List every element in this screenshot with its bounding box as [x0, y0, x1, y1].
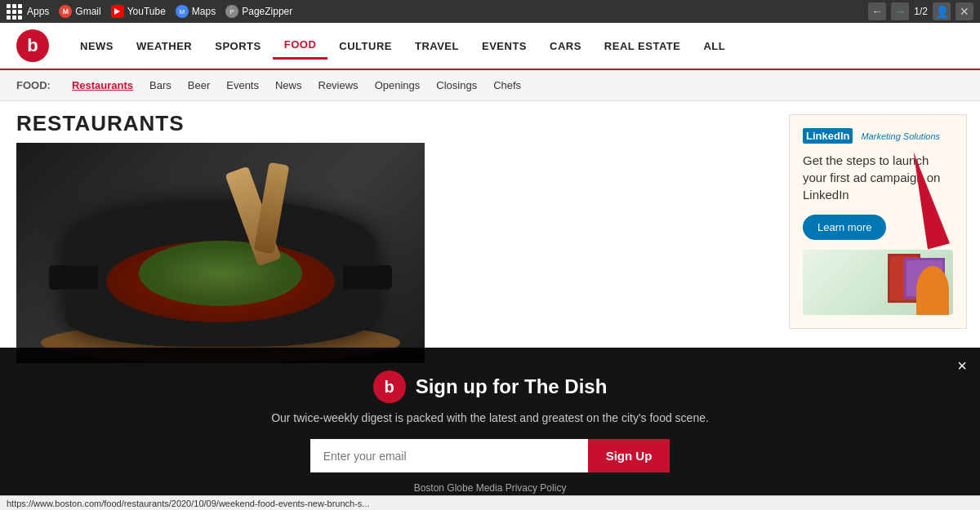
nav-weather[interactable]: WEATHER	[125, 33, 203, 59]
sub-nav-news[interactable]: News	[267, 73, 310, 98]
nav-food[interactable]: FOOD	[273, 32, 328, 60]
ad-illustration	[803, 250, 953, 315]
popup-form: Sign Up	[16, 439, 964, 472]
food-photo	[16, 143, 425, 363]
person-icon[interactable]: 👤	[933, 2, 951, 20]
sub-nav-chefs[interactable]: Chefs	[485, 73, 529, 98]
toolbar-right: ← → 1/2 👤 ✕	[868, 2, 973, 20]
privacy-policy-link[interactable]: Boston Globe Media Privacy Policy	[16, 482, 964, 494]
learn-more-button[interactable]: Learn more	[803, 215, 886, 240]
sub-nav: FOOD: Restaurants Bars Beer Events News …	[0, 70, 980, 101]
linkedin-logo: LinkedIn	[803, 128, 853, 144]
content-area: RESTAURANTS LinkedIn Marketing Solutions…	[0, 101, 980, 510]
popup-title: Sign up for The Dish	[416, 375, 608, 398]
maps-toolbar-item[interactable]: M Maps	[176, 5, 216, 18]
nav-news[interactable]: NEWS	[69, 33, 125, 59]
youtube-label: YouTube	[127, 6, 166, 17]
main-nav: NEWS WEATHER SPORTS FOOD CULTURE TRAVEL …	[69, 32, 964, 60]
sub-nav-closings[interactable]: Closings	[428, 73, 485, 98]
site-logo[interactable]: b	[16, 29, 49, 62]
nav-travel[interactable]: TRAVEL	[403, 33, 470, 59]
email-input[interactable]	[310, 439, 588, 472]
youtube-icon	[111, 5, 124, 18]
apps-toolbar-item[interactable]: Apps	[7, 4, 49, 20]
nav-events[interactable]: EVENTS	[470, 33, 538, 59]
pan-handle-right	[343, 265, 392, 290]
nav-real-estate[interactable]: REAL ESTATE	[593, 33, 693, 59]
site-header: b NEWS WEATHER SPORTS FOOD CULTURE TRAVE…	[0, 23, 980, 70]
nav-culture[interactable]: CULTURE	[327, 33, 403, 59]
maps-label: Maps	[192, 6, 216, 17]
close-icon[interactable]: ✕	[956, 2, 973, 20]
nav-sports[interactable]: SPORTS	[203, 33, 272, 59]
gmail-icon: M	[59, 5, 72, 18]
sub-nav-reviews[interactable]: Reviews	[310, 73, 367, 98]
status-url: https://www.boston.com/food/restaurants/…	[7, 499, 370, 508]
gmail-toolbar-item[interactable]: M Gmail	[59, 5, 100, 18]
youtube-toolbar-item[interactable]: YouTube	[111, 5, 166, 18]
page-title: RESTAURANTS	[0, 101, 776, 143]
page-count: 1/2	[914, 6, 928, 17]
email-signup-popup: × b Sign up for The Dish Our twice-weekl…	[0, 348, 980, 510]
linkedin-header: LinkedIn Marketing Solutions	[803, 128, 953, 144]
pan-handle-left	[49, 265, 98, 290]
ad-subtitle: Marketing Solutions	[861, 131, 940, 141]
sub-nav-restaurants[interactable]: Restaurants	[64, 73, 141, 98]
sub-nav-events[interactable]: Events	[218, 73, 267, 98]
status-bar: https://www.boston.com/food/restaurants/…	[0, 495, 980, 510]
pagezipper-toolbar-item[interactable]: P PageZipper	[225, 5, 292, 18]
article-image	[16, 143, 425, 363]
pagezipper-icon: P	[225, 5, 238, 18]
popup-logo: b	[373, 370, 406, 403]
pagezipper-label: PageZipper	[242, 6, 292, 17]
back-button[interactable]: ←	[868, 2, 886, 20]
popup-header: b Sign up for The Dish	[16, 370, 964, 403]
ad-illus-person	[916, 266, 949, 315]
browser-toolbar: Apps M Gmail YouTube M Maps P PageZipper…	[0, 0, 980, 23]
popup-close-button[interactable]: ×	[957, 357, 967, 374]
gmail-label: Gmail	[75, 6, 100, 17]
signup-button[interactable]: Sign Up	[588, 439, 670, 472]
sub-nav-openings[interactable]: Openings	[367, 73, 429, 98]
popup-description: Our twice-weekly digest is packed with t…	[16, 411, 964, 424]
apps-icon	[7, 4, 22, 20]
nav-all[interactable]: ALL	[692, 33, 737, 59]
maps-icon: M	[176, 5, 189, 18]
sub-nav-label: FOOD:	[16, 79, 51, 91]
sub-nav-beer[interactable]: Beer	[180, 73, 218, 98]
forward-button[interactable]: →	[891, 2, 909, 20]
apps-label: Apps	[27, 6, 49, 17]
nav-cars[interactable]: CARS	[538, 33, 593, 59]
sub-nav-bars[interactable]: Bars	[141, 73, 180, 98]
